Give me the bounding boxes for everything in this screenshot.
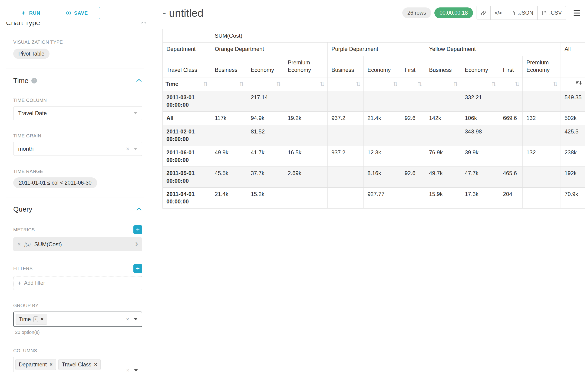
pivot-sort-cell[interactable]: ⇅	[461, 77, 499, 91]
columns-label: COLUMNS	[13, 348, 142, 353]
metric-pill[interactable]: × f(x) SUM(Cost) ›	[13, 237, 142, 251]
pivot-cell: 927.77	[364, 188, 401, 209]
pivot-sort-cell[interactable]: ⇅	[284, 77, 328, 91]
pivot-metric-header: SUM(Cost)	[211, 29, 585, 43]
pivot-cell: 92.6	[401, 167, 425, 188]
pivot-group-header: Yellow Department	[425, 43, 561, 56]
pivot-cell: 47.7k	[461, 167, 499, 188]
time-grain-select[interactable]: month ×	[13, 142, 142, 156]
metric-name: SUM(Cost)	[34, 241, 62, 248]
link-icon	[481, 10, 486, 16]
pivot-cell: 142k	[425, 112, 461, 125]
sort-icon[interactable]: ⇅	[515, 81, 520, 87]
export-json-label: .JSON	[518, 10, 533, 16]
copy-link-button[interactable]	[476, 6, 490, 20]
table-row: 2011-05-01 00:00:0045.5k37.7k2.69k8.16k9…	[163, 167, 585, 188]
sort-cell-content: ⇅	[367, 81, 398, 87]
pivot-leaf-header: First	[499, 56, 523, 77]
pivot-cell: 204	[499, 188, 523, 209]
pivot-sort-row: Time⇅⇅⇅⇅⇅⇅⇅⇅⇅⇅⇅	[163, 77, 585, 91]
pivot-cell: 217.14	[247, 91, 284, 112]
pivot-sort-cell[interactable]: ⇅	[364, 77, 401, 91]
pivot-cell: 92.6	[401, 112, 425, 125]
remove-tag-icon[interactable]: ×	[94, 362, 97, 367]
pivot-leaf-header: Economy	[461, 56, 499, 77]
sort-icon[interactable]: ⇅	[453, 81, 458, 87]
run-button[interactable]: RUN	[8, 7, 54, 19]
clear-icon[interactable]: ×	[126, 146, 129, 152]
remove-tag-icon[interactable]: ×	[50, 362, 52, 367]
columns-tag[interactable]: Travel Class×	[58, 359, 101, 370]
clear-icon[interactable]: ×	[126, 317, 129, 322]
pivot-leaf-header: Economy	[364, 56, 401, 77]
add-metric-button[interactable]: +	[133, 225, 142, 234]
sort-icon[interactable]: ⇅	[553, 81, 558, 87]
sort-icon[interactable]: ⇅	[203, 81, 208, 87]
pivot-sort-cell[interactable]: ⇅	[247, 77, 284, 91]
pivot-leaf-header: Business	[211, 56, 247, 77]
pivot-cell: 41.7k	[247, 146, 284, 167]
time-grain-label: TIME GRAIN	[13, 133, 142, 138]
chevron-right-icon[interactable]: ›	[135, 239, 138, 248]
function-icon: f(x)	[24, 242, 31, 247]
time-range-pill[interactable]: 2011-01-01 ≤ col < 2011-06-30	[13, 177, 97, 188]
pivot-cell: 76.9k	[425, 146, 461, 167]
sort-icon[interactable]: ⇅	[239, 81, 244, 87]
sort-icon[interactable]: ⇅	[491, 81, 496, 87]
export-csv-button[interactable]: .CSV	[537, 6, 566, 20]
clear-icon[interactable]: ×	[126, 368, 129, 372]
remove-metric-icon[interactable]: ×	[17, 242, 21, 247]
pivot-cell: 45.5k	[211, 167, 247, 188]
pivot-cell: 39.9k	[461, 146, 499, 167]
add-filter-button[interactable]: +	[133, 264, 142, 273]
pivot-leaf-header: Premium Economy	[284, 56, 328, 77]
save-button[interactable]: SAVE	[54, 7, 100, 19]
time-column-select[interactable]: Travel Date	[13, 106, 142, 120]
chart-title: - untitled	[162, 7, 203, 19]
collapse-chevron-icon[interactable]	[136, 206, 142, 213]
sort-cell-content: ⇅	[330, 81, 361, 87]
sort-icon[interactable]: ⇅	[356, 81, 361, 87]
pivot-sort-row-header[interactable]: Time⇅	[163, 77, 211, 91]
sort-icon[interactable]: ⇅	[417, 81, 422, 87]
add-filter-dropzone[interactable]: + Add filter	[13, 276, 142, 290]
sort-icon[interactable]: ⇅	[393, 81, 398, 87]
pivot-sort-cell[interactable]: ⇅	[211, 77, 247, 91]
pivot-sort-cell[interactable]: ⇅	[499, 77, 523, 91]
pivot-sort-cell[interactable]: ⇅	[523, 77, 561, 91]
columns-select[interactable]: Department×Travel Class× ×	[13, 357, 142, 372]
pivot-cell	[401, 91, 425, 112]
pivot-sort-cell[interactable]: ⇅	[425, 77, 461, 91]
pivot-sort-cell[interactable]	[561, 77, 585, 91]
sort-descending-icon[interactable]	[576, 80, 582, 88]
sort-icon[interactable]: ⇅	[276, 81, 281, 87]
pivot-group-header: Orange Department	[211, 43, 328, 56]
embed-code-button[interactable]: </>	[490, 6, 506, 20]
pivot-cell	[284, 125, 328, 146]
sort-icon[interactable]: ⇅	[320, 81, 325, 87]
hamburger-menu-icon[interactable]	[572, 8, 582, 18]
pivot-cell	[211, 91, 247, 112]
group-by-select[interactable]: Timei× ×	[13, 312, 142, 327]
remove-tag-icon[interactable]: ×	[41, 317, 44, 322]
collapse-chevron-icon[interactable]	[136, 77, 142, 84]
pivot-sort-cell[interactable]: ⇅	[401, 77, 425, 91]
group-by-tag[interactable]: Timei×	[16, 314, 47, 325]
pivot-sort-cell[interactable]: ⇅	[328, 77, 364, 91]
viz-type-pill[interactable]: Pivot Table	[13, 49, 50, 59]
pivot-cell	[425, 125, 461, 146]
columns-tag-label: Travel Class	[62, 361, 91, 368]
columns-tag[interactable]: Department×	[15, 359, 56, 370]
sort-cell-content: ⇅	[404, 81, 422, 87]
table-row: 2011-04-01 00:00:0021.4k15.2k927.7715.9k…	[163, 188, 585, 209]
pivot-cell	[401, 188, 425, 209]
pivot-cell: 16.5k	[284, 146, 328, 167]
table-row: 2011-06-01 00:00:0049.9k41.7k16.5k937.21…	[163, 146, 585, 167]
pivot-leaf-header	[561, 56, 585, 77]
sort-cell-content: Time⇅	[166, 80, 208, 88]
pivot-cell: 192k	[561, 167, 585, 188]
export-json-button[interactable]: .JSON	[506, 6, 537, 20]
pivot-cell: 425.5	[561, 125, 585, 146]
pivot-cell: 549.35	[561, 91, 585, 112]
chevron-up-icon	[141, 22, 147, 25]
